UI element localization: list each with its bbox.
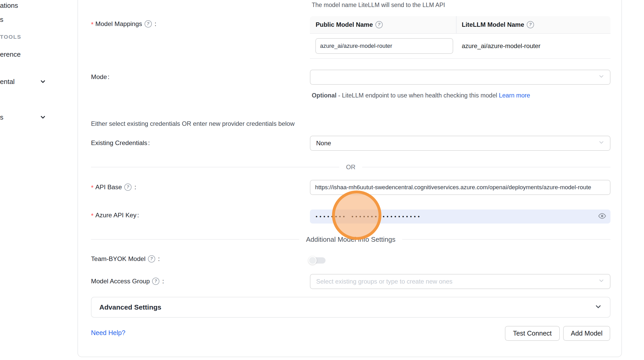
sidebar-section-tools: TOOLS: [0, 34, 21, 40]
sidebar-item-label: s: [0, 113, 3, 121]
model-access-group-label: Model Access Group ? :: [91, 277, 164, 286]
api-base-label: * API Base ? :: [91, 182, 136, 192]
help-icon[interactable]: ?: [527, 21, 534, 28]
label-text: Team-BYOK Model: [91, 255, 146, 263]
model-mappings-label: * Model Mappings ? :: [91, 19, 156, 29]
sidebar-item-label: s: [0, 16, 3, 24]
existing-credentials-label: Existing Credentials :: [91, 138, 150, 148]
label-colon: :: [148, 139, 150, 147]
mode-select[interactable]: [310, 70, 610, 85]
test-connect-button[interactable]: Test Connect: [505, 326, 560, 341]
model-name-helper-text: The model name LiteLLM will send to the …: [312, 2, 445, 9]
chevron-down-icon: [598, 139, 605, 147]
label-text: Existing Credentials: [91, 139, 147, 147]
model-mappings-table: Public Model Name ? LiteLLM Model Name ?…: [310, 16, 610, 59]
mode-label: Mode :: [91, 72, 109, 82]
label-colon: :: [137, 212, 139, 219]
mode-helper-text: Optional - LiteLLM endpoint to use when …: [312, 90, 530, 101]
label-text: Model Mappings: [95, 20, 142, 28]
sidebar-item-label: ations: [0, 2, 18, 10]
litellm-model-name-value: azure_ai/azure-model-router: [456, 42, 610, 50]
sidebar-item-inference[interactable]: erence: [0, 50, 49, 59]
label-text: Mode: [91, 73, 107, 81]
required-asterisk: *: [91, 19, 94, 28]
existing-credentials-value: None: [316, 140, 331, 147]
label-colon: :: [158, 255, 160, 263]
model-access-group-select[interactable]: Select existing groups or type to create…: [310, 274, 610, 289]
chevron-down-icon: [598, 277, 605, 286]
required-asterisk: *: [91, 183, 94, 192]
model-mappings-table-header: Public Model Name ? LiteLLM Model Name ?: [310, 16, 610, 34]
help-icon[interactable]: ?: [124, 184, 132, 191]
required-asterisk: *: [91, 211, 94, 220]
need-help-link[interactable]: Need Help?: [91, 329, 125, 337]
credentials-note: Either select existing credentials OR en…: [91, 120, 295, 127]
label-text: API Base: [95, 184, 122, 191]
label-text: Model Access Group: [91, 278, 150, 285]
model-mappings-table-row: azure_ai/azure-model-router: [310, 34, 610, 59]
advanced-settings-title: Advanced Settings: [99, 303, 161, 311]
public-model-name-input[interactable]: [315, 38, 453, 54]
label-colon: :: [162, 278, 164, 285]
or-divider: OR: [91, 163, 610, 171]
sidebar-item-label: ental: [0, 78, 15, 86]
azure-api-key-label: * Azure API Key :: [91, 211, 139, 220]
chevron-down-icon: [598, 73, 605, 81]
existing-credentials-select[interactable]: None: [310, 136, 610, 151]
masked-key-dots: ••••••••••••••••••: [352, 214, 422, 219]
advanced-settings-panel[interactable]: Advanced Settings: [91, 297, 610, 318]
label-colon: :: [108, 73, 109, 81]
chevron-down-icon: [40, 78, 46, 87]
api-base-input[interactable]: [310, 180, 610, 195]
azure-api-key-input[interactable]: •••••••• ••••••••••••••••••: [310, 210, 610, 224]
label-text: Azure API Key: [95, 212, 136, 219]
sidebar: ations s TOOLS erence ental s: [0, 0, 77, 360]
add-model-button[interactable]: Add Model: [563, 326, 610, 341]
column-header-litellm-model-name: LiteLLM Model Name ?: [456, 16, 610, 33]
help-icon[interactable]: ?: [152, 278, 159, 285]
sidebar-item-label: erence: [0, 50, 21, 58]
masked-key-dots: ••••••••: [316, 214, 347, 219]
help-icon[interactable]: ?: [148, 255, 155, 263]
label-colon: :: [134, 184, 136, 191]
eye-icon[interactable]: [598, 212, 606, 221]
help-icon[interactable]: ?: [145, 20, 152, 28]
sidebar-item-organizations[interactable]: ations: [0, 1, 49, 10]
sidebar-item-models[interactable]: s: [0, 15, 49, 24]
add-model-page: ations s TOOLS erence ental s The model …: [0, 0, 644, 360]
team-byok-toggle[interactable]: [308, 256, 326, 265]
model-access-group-placeholder: Select existing groups or type to create…: [316, 278, 452, 285]
chevron-down-icon: [40, 114, 46, 122]
sidebar-item-experimental[interactable]: ental: [0, 77, 49, 86]
additional-settings-divider: Additional Model Info Settings: [91, 235, 610, 243]
team-byok-label: Team-BYOK Model ? :: [91, 254, 160, 264]
chevron-down-icon: [594, 303, 602, 312]
help-icon[interactable]: ?: [375, 21, 383, 28]
column-header-public-model-name: Public Model Name ?: [310, 16, 456, 33]
label-colon: :: [155, 20, 157, 28]
sidebar-item-settings[interactable]: s: [0, 113, 49, 122]
learn-more-link[interactable]: Learn more: [499, 92, 530, 99]
